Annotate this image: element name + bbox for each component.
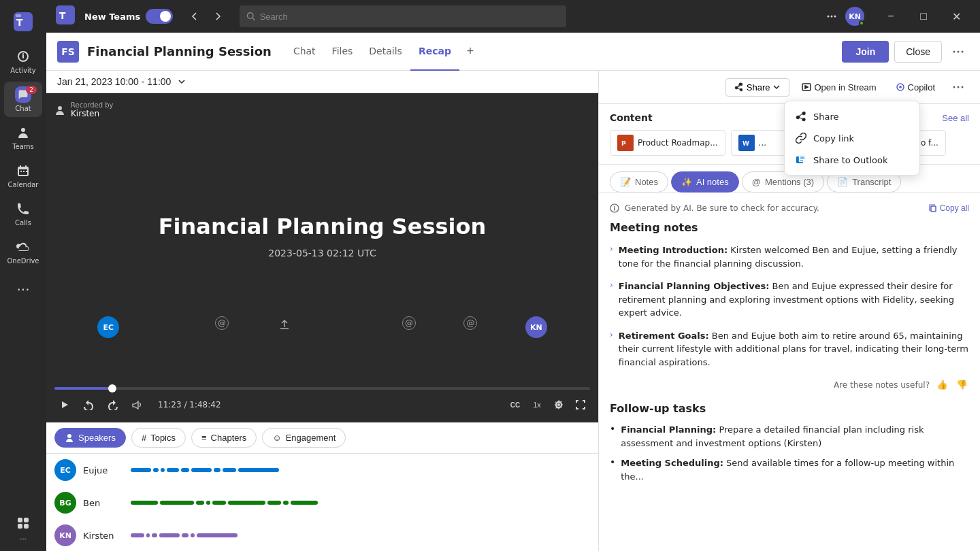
- note-item-0: › Meeting Introduction: Kirsten welcomed…: [610, 244, 969, 270]
- notes-tab-notes[interactable]: 📝 Notes: [610, 171, 668, 193]
- tab-recap[interactable]: Recap: [410, 33, 459, 71]
- forward-skip-button[interactable]: [103, 395, 122, 414]
- followup-text-0: Financial Planning: Prepare a detailed f…: [621, 423, 969, 450]
- content-file-1[interactable]: P Product Roadmap...: [610, 130, 725, 156]
- sidebar-item-chat[interactable]: Chat 2: [4, 82, 42, 117]
- join-button[interactable]: Join: [842, 41, 889, 63]
- chapters-icon: ≡: [201, 433, 207, 443]
- tab-details[interactable]: Details: [361, 33, 410, 71]
- sidebar-item-onedrive[interactable]: OneDrive: [4, 234, 42, 269]
- svg-point-5: [248, 13, 254, 19]
- speakers-tab[interactable]: Speakers: [54, 428, 126, 448]
- cc-button[interactable]: CC: [506, 395, 525, 414]
- sidebar-item-activity-label: Activity: [10, 67, 35, 74]
- tab-chat[interactable]: Chat: [285, 33, 324, 71]
- recorder-name: Kirsten: [71, 109, 114, 118]
- speaker-chip-EC: EC: [97, 316, 119, 338]
- ai-disclaimer-text: Generated by AI. Be sure to check for ac…: [625, 203, 819, 213]
- notes-tab-ai[interactable]: ✨ AI notes: [671, 171, 739, 193]
- see-all-button[interactable]: See all: [942, 113, 969, 123]
- ai-notes-icon: ✨: [681, 177, 692, 187]
- more-meeting-options-button[interactable]: [947, 41, 969, 63]
- sidebar-item-calls-label: Calls: [15, 219, 31, 227]
- fullscreen-button[interactable]: [571, 395, 590, 414]
- share-dropdown-share[interactable]: Share: [785, 105, 919, 127]
- forward-button[interactable]: [207, 5, 229, 27]
- close-button[interactable]: ✕: [941, 5, 972, 27]
- followup-item-1: • Meeting Scheduling: Send available tim…: [610, 456, 969, 483]
- speaker-name-ben: Ben: [83, 498, 124, 508]
- speakers-tab-label: Speakers: [78, 433, 116, 443]
- at-icon-3: @: [463, 316, 477, 330]
- video-container: Recorded by Kirsten Financial Planning S…: [46, 93, 598, 379]
- at-icon-2: @: [402, 316, 416, 330]
- ai-disclaimer: Generated by AI. Be sure to check for ac…: [610, 203, 969, 213]
- file-icon-docx: W: [738, 135, 755, 151]
- svg-rect-23: [931, 206, 936, 212]
- copilot-button[interactable]: Copilot: [889, 79, 942, 96]
- speaker-bars-kirsten: [131, 532, 590, 539]
- progress-bar[interactable]: [54, 387, 590, 390]
- chapters-tab[interactable]: ≡ Chapters: [191, 428, 257, 448]
- share-dropdown-copy-link-label: Copy link: [813, 133, 854, 144]
- topics-tab[interactable]: # Topics: [131, 428, 186, 448]
- sidebar-item-teams-label: Teams: [12, 143, 34, 150]
- rewind-button[interactable]: [79, 395, 98, 414]
- notes-tab-notes-icon: 📝: [620, 177, 631, 187]
- file-icon-pptx: P: [617, 135, 634, 151]
- speed-button[interactable]: 1x: [527, 395, 546, 414]
- more-options-button[interactable]: [821, 5, 843, 27]
- progress-ball: [108, 384, 116, 393]
- recorded-by: Recorded by Kirsten: [54, 101, 114, 118]
- sidebar-item-apps[interactable]: ...: [4, 510, 42, 546]
- minimize-button[interactable]: −: [875, 5, 906, 27]
- close-meeting-button[interactable]: Close: [894, 41, 942, 63]
- note-title-0: Meeting Introduction:: [619, 245, 728, 255]
- engagement-tab[interactable]: ☺ Engagement: [262, 428, 346, 448]
- sidebar-item-onedrive-label: OneDrive: [7, 257, 39, 265]
- sidebar-item-calendar[interactable]: Calendar: [4, 158, 42, 193]
- date-selector[interactable]: Jan 21, 2023 10:00 - 11:00: [57, 76, 187, 87]
- sidebar-item-teams[interactable]: Teams: [4, 120, 42, 155]
- share-dropdown-copy-link[interactable]: Copy link: [785, 127, 919, 149]
- speaker-name-eujue: Eujue: [83, 465, 124, 475]
- copy-all-button[interactable]: Copy all: [929, 203, 969, 213]
- tab-files[interactable]: Files: [324, 33, 361, 71]
- speaker-bars-ben: [131, 499, 590, 506]
- new-teams-toggle[interactable]: [146, 9, 173, 24]
- thumbs-down-button[interactable]: 👎: [955, 378, 969, 391]
- video-title: Financial Planning Session: [159, 214, 487, 239]
- sidebar-item-activity[interactable]: Activity: [4, 44, 42, 79]
- add-tab-button[interactable]: +: [459, 33, 481, 71]
- sidebar-item-more[interactable]: ···: [4, 272, 42, 307]
- search-input[interactable]: [260, 12, 560, 22]
- search-bar[interactable]: [240, 5, 566, 27]
- at-icon: @: [215, 316, 229, 330]
- back-button[interactable]: [184, 5, 206, 27]
- speaker-name-kirsten: Kirsten: [83, 531, 124, 541]
- meeting-tabs: Chat Files Details Recap +: [285, 33, 481, 71]
- meeting-header: FS Financial Planning Session Chat Files…: [46, 33, 980, 71]
- sidebar-item-calls[interactable]: Calls: [4, 196, 42, 231]
- svg-text:P: P: [621, 140, 626, 147]
- play-button[interactable]: [54, 395, 74, 414]
- panel-more-button[interactable]: [947, 76, 969, 98]
- note-text-2: Retirement Goals: Ben and Eujue both aim…: [619, 329, 969, 369]
- volume-button[interactable]: [128, 395, 147, 414]
- transcript-icon: 📄: [837, 177, 848, 187]
- settings-button[interactable]: [549, 395, 568, 414]
- speaker-row-ben: BG Ben: [54, 492, 590, 514]
- open-in-stream-button[interactable]: Open in Stream: [795, 79, 883, 96]
- speaker-row-kirsten: KN Kirsten: [54, 524, 590, 546]
- recorded-by-label: Recorded by: [71, 101, 114, 109]
- title-bar: T New Teams: [46, 0, 980, 33]
- chat-badge: 2: [26, 86, 37, 94]
- share-dropdown-outlook[interactable]: Share to Outlook: [785, 149, 919, 171]
- maximize-button[interactable]: □: [908, 5, 939, 27]
- spacer: [341, 316, 355, 330]
- file-name-2: ...: [759, 138, 766, 148]
- thumbs-up-button[interactable]: 👍: [935, 378, 949, 391]
- share-button[interactable]: Share: [725, 78, 790, 97]
- feedback-prompt: Are these notes useful?: [834, 380, 930, 390]
- svg-point-16: [958, 86, 960, 88]
